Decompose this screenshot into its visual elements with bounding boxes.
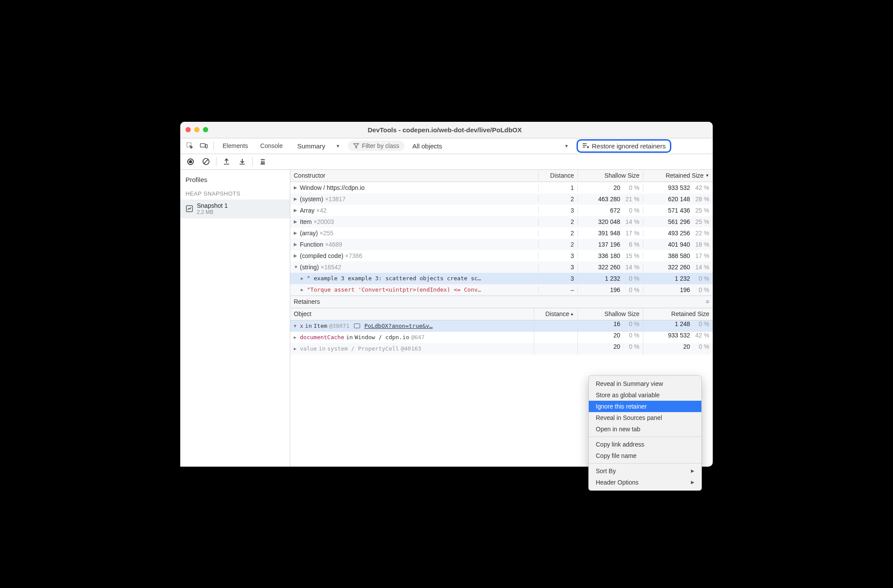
menu-item-label: Sort By	[596, 468, 616, 475]
restore-ignored-retainers-button[interactable]: Restore ignored retainers	[577, 139, 671, 153]
expand-arrow-icon[interactable]: ▶	[294, 230, 298, 235]
clear-icon[interactable]	[200, 156, 212, 167]
distance-cell: –	[538, 286, 577, 293]
menu-item[interactable]: Sort By▶	[589, 465, 701, 477]
filter-icon	[353, 143, 359, 149]
snapshot-item[interactable]: Snapshot 1 2.2 MB	[180, 199, 290, 218]
col-distance[interactable]: Distance▲	[534, 308, 577, 320]
snapshot-name: Snapshot 1	[197, 202, 228, 210]
source-link[interactable]: PoLdbOX?anon=true&v…	[364, 323, 433, 329]
expand-arrow-icon[interactable]: ▶	[294, 196, 298, 201]
col-constructor[interactable]: Constructor	[290, 170, 538, 181]
menu-item[interactable]: Store as global variable	[589, 389, 701, 401]
expand-arrow-icon[interactable]: ▶	[301, 287, 305, 292]
traffic-lights	[185, 127, 208, 132]
constructor-name: "Torque assert 'Convert<uintptr>(endInde…	[307, 286, 481, 293]
menu-item[interactable]: Ignore this retainer	[589, 401, 701, 412]
menu-item[interactable]: Copy link address	[589, 439, 701, 450]
svg-rect-2	[206, 144, 207, 148]
retained-cell: 933 53242 %	[643, 184, 713, 191]
table-row[interactable]: ▶" example 3 example 3: scattered object…	[290, 273, 713, 284]
expand-arrow-icon[interactable]: ▼	[294, 265, 298, 269]
maximize-icon[interactable]	[203, 127, 208, 132]
scope-select[interactable]: All objects ▼	[409, 141, 572, 151]
menu-item-label: Open in new tab	[596, 426, 640, 433]
table-row[interactable]: ▶(compiled code) ×73863336 18015 %388 58…	[290, 250, 713, 261]
table-row[interactable]: ▶"Torque assert 'Convert<uintptr>(endInd…	[290, 284, 713, 296]
menu-icon[interactable]: ≡	[706, 298, 709, 305]
distance-cell: 3	[538, 264, 577, 271]
upload-icon[interactable]	[221, 156, 232, 167]
menu-item-label: Copy link address	[596, 441, 644, 448]
submenu-arrow-icon: ▶	[691, 480, 694, 485]
expand-arrow-icon[interactable]: ▶	[294, 208, 298, 213]
instance-count: ×16542	[321, 264, 341, 271]
expand-arrow-icon[interactable]: ▶	[294, 346, 298, 351]
expand-arrow-icon[interactable]: ▶	[301, 276, 305, 281]
device-icon[interactable]	[198, 140, 210, 152]
expand-arrow-icon[interactable]: ▼	[294, 323, 298, 328]
tab-console[interactable]: Console	[255, 138, 288, 154]
shallow-cell: 137 1966 %	[577, 241, 643, 248]
menu-item[interactable]: Header Options▶	[589, 477, 701, 488]
menu-item[interactable]: Reveal in Summary view	[589, 378, 701, 389]
menu-item[interactable]: Reveal in Sources panel	[589, 412, 701, 423]
col-retained[interactable]: Retained Size	[643, 170, 713, 181]
window-title: DevTools - codepen.io/web-dot-dev/live/P…	[208, 126, 681, 134]
expand-arrow-icon[interactable]: ▶	[294, 335, 298, 340]
distance-cell: 2	[538, 196, 577, 203]
shallow-cell: 200 %	[577, 343, 643, 354]
table-row[interactable]: ▶Array ×4236720 %571 43625 %	[290, 205, 713, 216]
list-x-icon	[582, 143, 589, 149]
col-retained[interactable]: Retained Size	[643, 308, 713, 320]
inspect-icon[interactable]	[184, 140, 196, 152]
table-row[interactable]: ▶Window / https://cdpn.io1200 %933 53242…	[290, 182, 713, 193]
svg-rect-1	[200, 144, 205, 147]
expand-arrow-icon[interactable]: ▶	[294, 185, 298, 190]
main-panel: Summary ▼ Filter by class All objects ▼ …	[290, 170, 713, 467]
col-object[interactable]: Object	[290, 308, 534, 320]
gc-icon[interactable]	[257, 156, 268, 167]
table-row[interactable]: ▶Item ×200032320 04814 %561 29625 %	[290, 216, 713, 227]
retained-cell: 620 14828 %	[643, 196, 713, 203]
table-row[interactable]: ▶(array) ×2552391 94817 %493 25622 %	[290, 227, 713, 239]
filter-input[interactable]: Filter by class	[348, 141, 405, 151]
close-icon[interactable]	[185, 127, 191, 132]
table-row[interactable]: ▶(system) ×138172463 28021 %620 14828 %	[290, 193, 713, 205]
download-icon[interactable]	[237, 156, 248, 167]
constructor-name: Window / https://cdpn.io	[300, 184, 365, 191]
minimize-icon[interactable]	[194, 127, 199, 132]
menu-item[interactable]: Copy file name	[589, 450, 701, 461]
retained-cell: 401 94018 %	[643, 241, 713, 248]
filter-placeholder: Filter by class	[362, 142, 399, 149]
menu-item-label: Ignore this retainer	[596, 403, 647, 410]
distance-cell: 3	[538, 252, 577, 259]
retainers-body: ▼x in Item @38071PoLdbOX?anon=true&v…160…	[290, 320, 713, 354]
table-row[interactable]: ▶Function ×46892137 1966 %401 94018 %	[290, 239, 713, 250]
shallow-cell: 6720 %	[577, 207, 643, 214]
menu-item[interactable]: Open in new tab	[589, 423, 701, 435]
col-distance[interactable]: Distance	[538, 170, 577, 181]
record-icon[interactable]	[185, 156, 196, 167]
expand-arrow-icon[interactable]: ▶	[294, 253, 298, 258]
expand-arrow-icon[interactable]: ▶	[294, 242, 298, 247]
col-shallow[interactable]: Shallow Size	[577, 170, 643, 181]
retainer-row[interactable]: ▶value in system / PropertyCell @4016320…	[290, 343, 713, 354]
svg-line-5	[204, 159, 208, 164]
retainer-row[interactable]: ▶documentCache in Window / cdpn.io @6472…	[290, 332, 713, 343]
retainers-title: Retainers ≡	[290, 296, 713, 308]
expand-arrow-icon[interactable]: ▶	[294, 219, 298, 224]
constructor-name: Item	[300, 218, 312, 225]
property-name: x	[300, 323, 303, 329]
col-shallow[interactable]: Shallow Size	[577, 308, 643, 320]
property-name: documentCache	[300, 334, 344, 340]
instance-count: ×20003	[313, 218, 334, 225]
table-row[interactable]: ▼(string) ×165423322 26014 %322 26014 %	[290, 261, 713, 273]
retained-cell: 388 58017 %	[643, 252, 713, 259]
view-mode-select[interactable]: Summary ▼	[294, 141, 343, 151]
retainer-row[interactable]: ▼x in Item @38071PoLdbOX?anon=true&v…160…	[290, 320, 713, 332]
distance-cell	[534, 343, 577, 354]
tab-elements[interactable]: Elements	[217, 138, 253, 154]
shallow-cell: 200 %	[577, 184, 643, 191]
retained-cell: 571 43625 %	[643, 207, 713, 214]
